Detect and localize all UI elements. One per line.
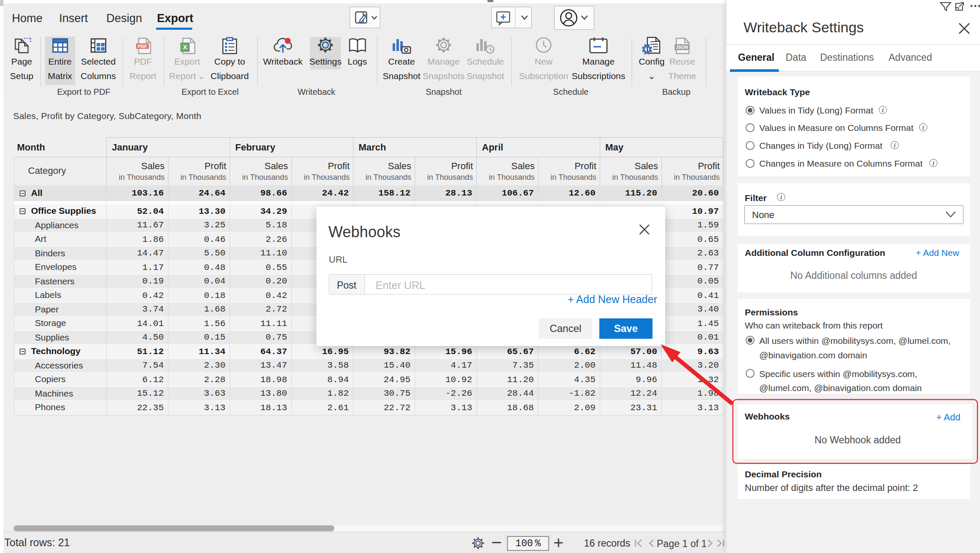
svg-text:JSON: JSON (676, 45, 688, 50)
svg-text:X: X (183, 43, 187, 51)
svg-text:PDF: PDF (138, 44, 147, 49)
